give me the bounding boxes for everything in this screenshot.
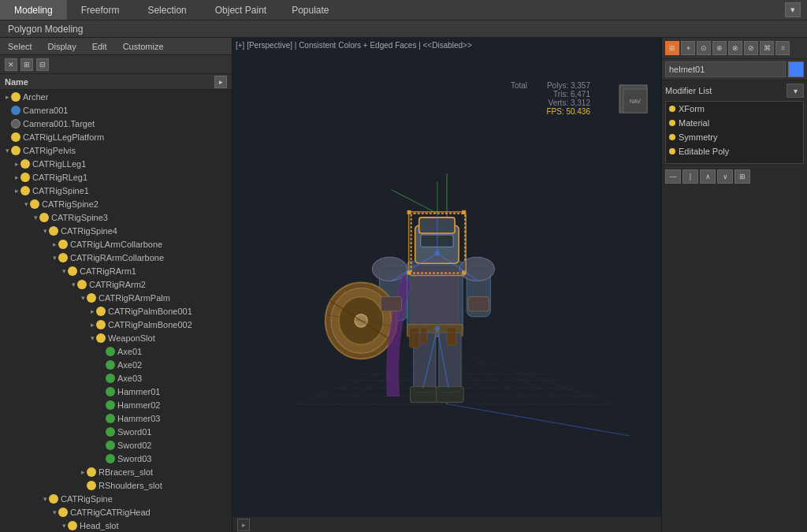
modifier-item-material[interactable]: Material <box>666 116 803 130</box>
left-menu-edit[interactable]: Edit <box>84 39 115 54</box>
fps-label: FPS: <box>546 107 563 116</box>
modifier-header: Modifier List ▾ <box>665 84 804 98</box>
tree-item-catrigspine4[interactable]: ▾CATRigSpine4 <box>0 224 232 237</box>
right-icon-3[interactable]: ⊙ <box>697 41 711 55</box>
tree-item-catrigrleg1[interactable]: ▸CATRigRLeg1 <box>0 170 232 184</box>
tree-label: CATRigPalmBone001 <box>108 307 192 316</box>
tree-item-catrigcatrighead[interactable]: ▾CATRigCATRigHead <box>0 505 232 519</box>
tree-item-sword01[interactable]: Sword01 <box>0 425 232 438</box>
tree-label: Axe02 <box>117 360 142 370</box>
viewport[interactable]: [+] [Perspective] | Consistent Colors + … <box>232 38 661 532</box>
left-menu-customize[interactable]: Customize <box>115 39 172 54</box>
object-name-input[interactable] <box>665 61 786 77</box>
right-panel: ⊞ ⌖ ⊙ ⊕ ⊗ ⊘ ⌘ ⌗ Modifier List ▾ <box>661 38 807 532</box>
modifier-toolbar: — | ∧ ∨ ⊞ <box>665 167 804 185</box>
tree-item-hammer02[interactable]: Hammer02 <box>0 398 232 411</box>
tree-item-hammer03[interactable]: Hammer03 <box>0 411 232 425</box>
tree-item-catrigspine2[interactable]: ▾CATRigSpine2 <box>0 197 232 210</box>
tree-label: Hammer02 <box>117 400 160 410</box>
nav-cube[interactable]: NAV <box>615 81 655 121</box>
scene-expand-btn[interactable]: ▸ <box>214 76 227 88</box>
toolbar-btn-3[interactable]: ⊟ <box>36 58 49 71</box>
scene-tree[interactable]: ▸ArcherCamera001Camera001.TargetCATRigLL… <box>0 90 232 532</box>
right-icon-8[interactable]: ⌗ <box>775 41 790 55</box>
tree-label: Sword03 <box>117 454 151 463</box>
tree-item-catrigrarm2[interactable]: ▾CATRigRArm2 <box>0 277 232 291</box>
tree-icon-blue <box>11 106 20 115</box>
tree-icon-green <box>106 374 115 383</box>
mod-tool-pin[interactable]: — <box>665 169 681 184</box>
tree-item-rbracers-slot[interactable]: ▸RBracers_slot <box>0 465 232 478</box>
tree-item-camera001-target[interactable]: Camera001.Target <box>0 117 232 130</box>
right-icon-1[interactable]: ⊞ <box>665 41 679 55</box>
tree-item-head-slot[interactable]: ▾Head_slot <box>0 519 232 532</box>
tree-item-axe03[interactable]: Axe03 <box>0 371 232 385</box>
tree-item-catriglleg1[interactable]: ▸CATRigLLeg1 <box>0 157 232 170</box>
tree-item-catrigpalmbone001[interactable]: ▸CATRigPalmBone001 <box>0 304 232 318</box>
tab-selection[interactable]: Selection <box>133 0 200 20</box>
tree-label: CATRigLArmCollarbone <box>70 240 162 249</box>
tree-item-catrigrarmpalm[interactable]: ▾CATRigRArmPalm <box>0 291 232 304</box>
modifier-item-editable-poly[interactable]: Editable Poly <box>666 144 803 158</box>
right-icon-5[interactable]: ⊗ <box>728 41 742 55</box>
object-color-picker[interactable] <box>788 61 804 77</box>
tree-item-axe01[interactable]: Axe01 <box>0 344 232 358</box>
toolbar-btn-1[interactable]: ✕ <box>5 58 17 71</box>
modifier-item-xform[interactable]: XForm <box>666 102 803 116</box>
tree-item-rshoulders-slot[interactable]: RShoulders_slot <box>0 478 232 492</box>
svg-rect-42 <box>421 328 427 344</box>
right-icon-2[interactable]: ⌖ <box>681 41 695 55</box>
mod-tool-config[interactable]: ⊞ <box>734 169 750 184</box>
tab-freeform[interactable]: Freeform <box>67 0 134 20</box>
tree-label: CATRigRArm2 <box>89 280 146 289</box>
modifier-item-symmetry[interactable]: Symmetry <box>666 130 803 144</box>
toolbar-btn-2[interactable]: ⊞ <box>20 58 33 71</box>
tab-populate[interactable]: Populate <box>281 0 340 20</box>
mod-tool-add[interactable]: | <box>682 169 698 184</box>
tree-item-catrigspine[interactable]: ▾CATRigSpine <box>0 492 232 505</box>
left-menu-display[interactable]: Display <box>40 39 84 54</box>
tree-item-axe02[interactable]: Axe02 <box>0 358 232 371</box>
tree-item-hammer01[interactable]: Hammer01 <box>0 385 232 398</box>
tree-item-catrigspine1[interactable]: ▸CATRigSpine1 <box>0 184 232 197</box>
right-icon-6[interactable]: ⊘ <box>744 41 758 55</box>
viewport-nav-btn[interactable]: ▸ <box>237 519 250 531</box>
tree-icon-yellow <box>96 307 106 316</box>
tree-item-catrigpalmbone002[interactable]: ▸CATRigPalmBone002 <box>0 318 232 331</box>
tree-label: CATRigCATRigHead <box>70 508 151 517</box>
tree-item-weaponslot[interactable]: ▾WeaponSlot <box>0 331 232 344</box>
polys-label: Polys: <box>547 81 568 90</box>
tree-item-catrigspine3[interactable]: ▾CATRigSpine3 <box>0 210 232 224</box>
tree-item-sword02[interactable]: Sword02 <box>0 438 232 452</box>
tree-item-camera001[interactable]: Camera001 <box>0 103 232 117</box>
mod-tool-up[interactable]: ∧ <box>700 169 716 184</box>
tree-icon-yellow <box>96 320 106 329</box>
tree-icon-yellow <box>49 226 58 236</box>
svg-point-62 <box>435 326 440 331</box>
tab-object-paint[interactable]: Object Paint <box>201 0 281 20</box>
tree-icon-yellow <box>58 240 68 249</box>
scene-header: Name ▸ <box>0 74 232 90</box>
tree-label: CATRigRLeg1 <box>32 173 87 182</box>
tree-label: CATRigPalmBone002 <box>108 320 192 329</box>
tree-item-archer[interactable]: ▸Archer <box>0 90 232 103</box>
tree-label: CATRigRArm1 <box>80 266 136 276</box>
top-menu-dropdown[interactable]: ▾ <box>785 2 801 17</box>
tree-item-catriglarmcollarbone[interactable]: ▸CATRigLArmCollarbone <box>0 237 232 251</box>
mod-tool-down[interactable]: ∨ <box>717 169 733 184</box>
viewport-area: [+] [Perspective] | Consistent Colors + … <box>232 38 661 532</box>
right-icon-7[interactable]: ⌘ <box>760 41 774 55</box>
tree-item-catrigpelvis[interactable]: ▾CATRigPelvis <box>0 143 232 157</box>
modifier-list-label: Modifier List <box>665 86 712 95</box>
tree-item-catrigllegplatform[interactable]: CATRigLLegPlatform <box>0 130 232 143</box>
left-toolbar: ✕ ⊞ ⊟ <box>0 55 232 74</box>
tree-icon-yellow <box>20 173 30 182</box>
tree-item-catrigrarmcollarbone[interactable]: ▾CATRigRArmCollarbone <box>0 251 232 264</box>
tab-modeling[interactable]: Modeling <box>0 0 67 20</box>
tree-item-catrigrarm1[interactable]: ▾CATRigRArm1 <box>0 264 232 277</box>
tree-item-sword03[interactable]: Sword03 <box>0 452 232 465</box>
left-menu-select[interactable]: Select <box>0 39 40 54</box>
object-name-row <box>662 59 807 80</box>
modifier-dropdown[interactable]: ▾ <box>787 84 804 98</box>
right-icon-4[interactable]: ⊕ <box>712 41 727 55</box>
